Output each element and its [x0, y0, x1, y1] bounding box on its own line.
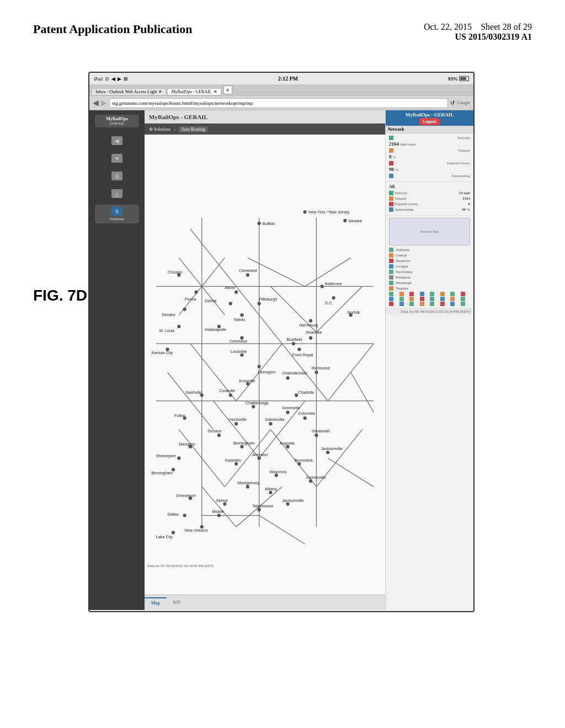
autorouting-label: Autorouting [451, 174, 470, 178]
volume-all-square [389, 196, 393, 201]
bottom-map-tabs: Map KPI [145, 595, 385, 610]
network-item[interactable]: Central [389, 253, 470, 258]
svg-point-91 [217, 433, 221, 437]
svg-text:Lexington: Lexington [258, 370, 275, 374]
back-icon[interactable]: ◀ [111, 76, 115, 82]
tab-outlook[interactable]: Inbox - Outlook Web Access Light ✕ [92, 88, 166, 95]
tab-myrailops-close-icon[interactable]: ✕ [214, 89, 217, 94]
logout-button[interactable]: Logout [419, 118, 439, 125]
tab-map-label: Map [151, 601, 160, 606]
breadcrumb-solutions[interactable]: ⚙ Solutions [149, 127, 170, 132]
network-name: Harrisburg [396, 270, 412, 274]
svg-text:Chattanooga: Chattanooga [246, 400, 269, 405]
grid-dot [430, 297, 434, 301]
velocity-all-square [389, 191, 393, 195]
network-breakdown-section: Network Map Alabama Central Dearborn Geo… [386, 216, 473, 309]
expired-crews-all-square [389, 202, 393, 206]
svg-text:Cookville: Cookville [219, 388, 235, 393]
sidebar-item-dropdown[interactable]: ▼ [95, 152, 139, 165]
svg-point-81 [229, 393, 232, 397]
grid-dot [430, 302, 434, 306]
expired-crews-value: 90 [389, 167, 394, 172]
network-color-square [389, 270, 393, 274]
tab-close-icon[interactable]: ✕ [158, 89, 162, 94]
network-item[interactable]: Harrisburg [389, 270, 470, 274]
svg-text:Columbus: Columbus [230, 339, 248, 344]
sheet-info: Sheet 28 of 29 [481, 22, 532, 31]
tab-map[interactable]: Map [145, 597, 167, 608]
grid-dot [399, 297, 404, 301]
network-color-square [389, 275, 393, 280]
sidebar-item-grid[interactable]: ⊞ [95, 169, 139, 183]
map-thumbnail: Network Map [389, 218, 470, 245]
svg-text:Louisville: Louisville [231, 349, 247, 354]
url-text: stg.getransto.com/myrailops/home.htm#/my… [112, 100, 253, 106]
map-svg-container: Buffalo New York / New Jersey Newark Chi… [145, 135, 385, 610]
expired-crews-unit: % [395, 168, 398, 172]
svg-line-27 [190, 229, 236, 286]
svg-text:Savannah: Savannah [312, 429, 330, 433]
network-tab-header[interactable]: Network [386, 126, 473, 133]
dropdown-sidebar-icon: ▼ [111, 154, 122, 163]
tab-myrailops[interactable]: MyRailOps - GERAIL ✕ [167, 88, 221, 95]
ipad-label: iPad [94, 76, 103, 82]
svg-point-107 [177, 457, 180, 460]
svg-text:Memphis: Memphis [179, 442, 195, 447]
svg-text:Nashville: Nashville [186, 390, 202, 395]
network-item[interactable]: Virginia [389, 286, 470, 291]
svg-text:Pittsburgh: Pittsburgh [259, 297, 278, 302]
svg-text:Augusta: Augusta [280, 441, 295, 446]
sidebar-item-back[interactable]: ◀ [95, 134, 139, 147]
refresh-icon[interactable]: ↺ [450, 100, 455, 106]
solutions-icon: ⚙ [149, 127, 153, 132]
network-item[interactable]: Alabama [389, 248, 470, 252]
svg-point-147 [172, 531, 175, 534]
browser-tab-bar: Inbox - Outlook Web Access Light ✕ MyRai… [89, 85, 473, 96]
url-bar[interactable]: stg.getransto.com/myrailops/home.htm#/my… [109, 98, 448, 108]
battery-level: 93% [448, 76, 458, 82]
svg-text:Data As Of: 06/15/2012 02:10:3: Data As Of: 06/15/2012 02:10:33 PM (EDT) [147, 564, 214, 568]
grid-dot [461, 292, 465, 296]
svg-text:Columbia: Columbia [298, 411, 316, 416]
network-item[interactable]: Georgia [389, 264, 470, 269]
autorouting-all-label: Autorouting [395, 207, 413, 212]
svg-text:Front Royal: Front Royal [292, 352, 313, 357]
expired-crews-metric: Expired Crews [389, 161, 470, 165]
grid-dot [420, 302, 424, 306]
svg-text:Shreveport: Shreveport [156, 453, 175, 458]
svg-text:Lake City: Lake City [156, 534, 173, 539]
new-tab-button[interactable]: + [223, 85, 232, 94]
bookmark-icon[interactable]: ⊠ [124, 76, 128, 82]
network-color-grid [389, 292, 470, 306]
timestamp-text: Data As Of: 06/15/2012 02:10:33 PM (EDT) [401, 309, 470, 314]
browser-nav-bar: ◀ ▶ stg.getransto.com/myrailops/home.htm… [89, 96, 473, 110]
svg-text:Kansas City: Kansas City [151, 350, 173, 355]
volume-all-row: Volume 2163 [389, 196, 470, 201]
sidebar-item-up[interactable]: △ [95, 187, 139, 200]
svg-point-63 [332, 296, 335, 299]
network-item[interactable]: Pittsburgh [389, 281, 470, 285]
battery-indicator: 93% [448, 76, 469, 82]
forward-nav-icon[interactable]: ▶ [101, 98, 107, 108]
app-title: MyRailOps - GERAIL [149, 114, 208, 120]
ipad-left-icons: iPad ⊙ ◀ ▶ ⊠ [94, 76, 128, 82]
svg-point-49 [234, 291, 238, 294]
sidebar-item-solutions[interactable]: S Solutions [95, 205, 139, 223]
wifi-icon: ⊙ [105, 76, 109, 82]
grid-dot [409, 292, 414, 296]
tab-kpi[interactable]: KPI [167, 598, 187, 607]
svg-text:Gadsden: Gadsden [225, 458, 241, 463]
svg-text:Charlottesville: Charlottesville [282, 371, 307, 376]
network-item[interactable]: Dearborn [389, 259, 470, 263]
svg-text:Greenville: Greenville [282, 405, 300, 410]
svg-text:Gainesville: Gainesville [306, 475, 326, 480]
network-name: Georgia [396, 264, 408, 269]
svg-point-77 [297, 347, 301, 351]
back-nav-icon[interactable]: ◀ [93, 98, 99, 108]
network-item[interactable]: Piedmont [389, 275, 470, 280]
forward-icon[interactable]: ▶ [118, 76, 121, 82]
header-right: Oct. 22, 2015 Sheet 28 of 29 US 2015/030… [424, 22, 532, 42]
expired-crews-all-label: Expired Crews [395, 202, 418, 206]
svg-text:Selma: Selma [216, 498, 228, 503]
svg-point-75 [309, 336, 312, 340]
